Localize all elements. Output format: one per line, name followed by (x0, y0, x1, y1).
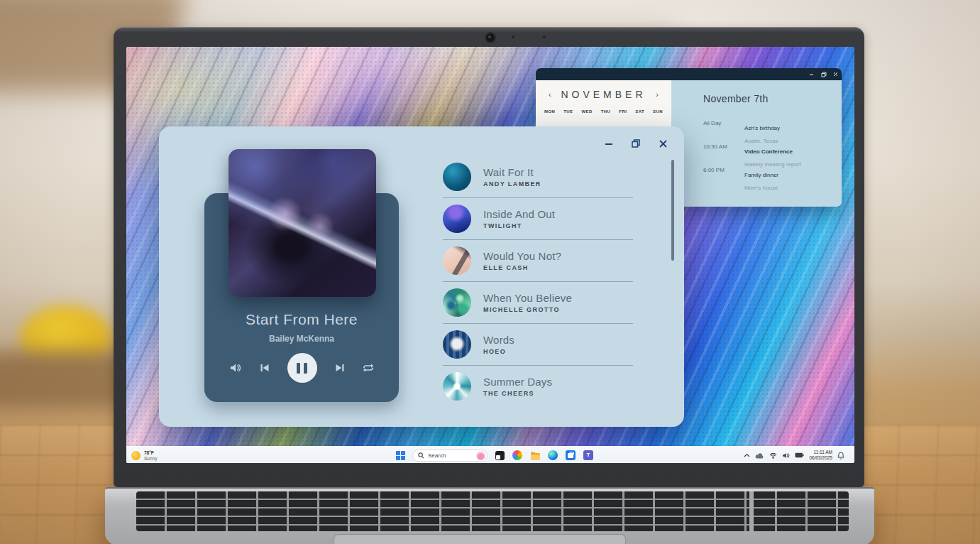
track-title: Wait For It (483, 166, 541, 178)
previous-track-button[interactable] (260, 363, 270, 373)
trackpad[interactable] (334, 534, 626, 544)
close-icon (659, 139, 668, 148)
teams-icon: T (583, 450, 593, 460)
calendar-month-title: NOVEMBER (561, 89, 646, 100)
event-time: 6:00 PM (703, 167, 744, 192)
minimize-button[interactable] (603, 138, 615, 149)
microphone-dot (512, 36, 514, 38)
calendar-titlebar[interactable] (536, 68, 842, 80)
maximize-button[interactable] (630, 138, 642, 149)
next-track-button[interactable] (335, 363, 345, 373)
event-subtitle: Mom's house (744, 185, 778, 191)
tray-chevron-icon[interactable] (744, 453, 750, 457)
pause-icon (304, 363, 307, 374)
track-thumbnail (443, 372, 471, 401)
lotus-icon (476, 451, 485, 460)
day-header: SUN (653, 109, 663, 114)
track-artist: MICHELLE GROTTO (483, 306, 572, 313)
weather-widget[interactable]: 78°F Sunny (131, 447, 157, 463)
track-thumbnail (443, 246, 471, 275)
event-time: 10:30 AM (703, 143, 744, 169)
sun-icon (131, 451, 141, 460)
close-icon (833, 72, 838, 77)
weather-temp: 78°F (144, 450, 157, 455)
playlist-item[interactable]: Inside And Out TWILIGHT (443, 198, 633, 240)
taskview-button[interactable] (494, 450, 505, 461)
close-button[interactable] (830, 68, 842, 80)
day-header: WED (582, 109, 593, 114)
maximize-button[interactable] (817, 68, 830, 80)
event-title: Video Conference (744, 148, 793, 155)
store-button[interactable] (565, 450, 576, 461)
next-month-button[interactable]: › (656, 90, 659, 99)
calendar-event[interactable]: All Day Ash's birthdayAustin, Texas (703, 120, 780, 146)
day-header: FRI (619, 109, 627, 114)
file-explorer-icon (530, 451, 541, 460)
day-header: THU (601, 109, 611, 114)
speaker-icon[interactable] (782, 452, 790, 459)
copilot-icon (512, 450, 522, 460)
volume-button[interactable] (230, 363, 242, 373)
battery-icon[interactable] (795, 452, 804, 458)
calendar-detail-panel: November 7th All Day Ash's birthdayAusti… (671, 80, 842, 207)
laptop-keyboard[interactable] (136, 491, 849, 531)
copilot-button[interactable] (512, 450, 523, 461)
store-icon (566, 450, 576, 460)
calendar-event[interactable]: 10:30 AM Video ConferenceWeekly meeting … (703, 143, 801, 169)
calendar-event[interactable]: 6:00 PM Family dinnerMom's house (703, 167, 778, 192)
next-icon (335, 363, 345, 373)
onedrive-cloud-icon[interactable] (755, 452, 764, 459)
now-playing-title: Start From Here (204, 311, 399, 328)
volume-icon (230, 363, 242, 373)
clock-time: 11:11 AM (809, 450, 832, 455)
search-icon (418, 452, 424, 459)
event-title: Family dinner (744, 172, 778, 178)
music-player-window: Start From Here Bailey McKenna (159, 126, 684, 427)
day-header: TUE (563, 109, 573, 114)
previous-icon (260, 363, 270, 373)
pause-button[interactable] (287, 353, 317, 383)
album-art (229, 149, 376, 297)
taskbar-clock[interactable]: 11:11 AM 06/03/2025 (809, 450, 832, 461)
track-thumbnail (443, 205, 471, 233)
event-title: Ash's birthday (744, 125, 780, 131)
playlist-item[interactable]: Words HOEO (443, 324, 633, 366)
track-artist: TWILIGHT (483, 222, 555, 229)
event-time: All Day (703, 120, 744, 146)
now-playing-artist: Bailey McKenna (204, 334, 399, 344)
edge-button[interactable] (547, 450, 558, 461)
track-thumbnail (443, 288, 471, 317)
minimize-button[interactable] (805, 68, 817, 80)
day-header: SAT (635, 109, 644, 114)
playlist-item[interactable]: Summer Days THE CHEERS (443, 366, 633, 407)
bell-icon[interactable] (837, 452, 844, 459)
laptop-screen: ‹ NOVEMBER › MON TUE WED THU FRI SAT SUN (126, 47, 854, 463)
playlist-scrollbar[interactable] (671, 160, 674, 261)
track-thumbnail (443, 163, 471, 191)
pause-icon (297, 363, 300, 374)
prev-month-button[interactable]: ‹ (549, 90, 551, 99)
teams-button[interactable]: T (583, 450, 594, 461)
track-title: Summer Days (483, 376, 552, 388)
wifi-icon[interactable] (769, 452, 777, 459)
microphone-dot (543, 36, 546, 38)
start-button[interactable] (395, 450, 406, 461)
close-button[interactable] (657, 138, 668, 149)
file-explorer-button[interactable] (529, 450, 541, 461)
track-title: Would You Not? (483, 250, 561, 262)
day-header: MON (544, 109, 555, 114)
start-icon (396, 451, 405, 460)
track-artist: ANDY LAMBER (483, 180, 541, 187)
weather-condition: Sunny (144, 456, 157, 461)
playlist-item[interactable]: Would You Not? ELLE CASH (443, 240, 633, 282)
minimize-icon (809, 72, 814, 77)
taskview-icon (495, 451, 505, 460)
webcam (485, 32, 496, 43)
playlist: Wait For It ANDY LAMBER Inside And Out T… (443, 156, 633, 407)
repeat-button[interactable] (363, 363, 374, 373)
playlist-item[interactable]: When You Believe MICHELLE GROTTO (443, 282, 633, 324)
playlist-item[interactable]: Wait For It ANDY LAMBER (443, 156, 633, 198)
search-input[interactable]: Search (412, 450, 488, 462)
keyboard-numpad-divider (749, 491, 754, 531)
repeat-icon (363, 363, 374, 373)
